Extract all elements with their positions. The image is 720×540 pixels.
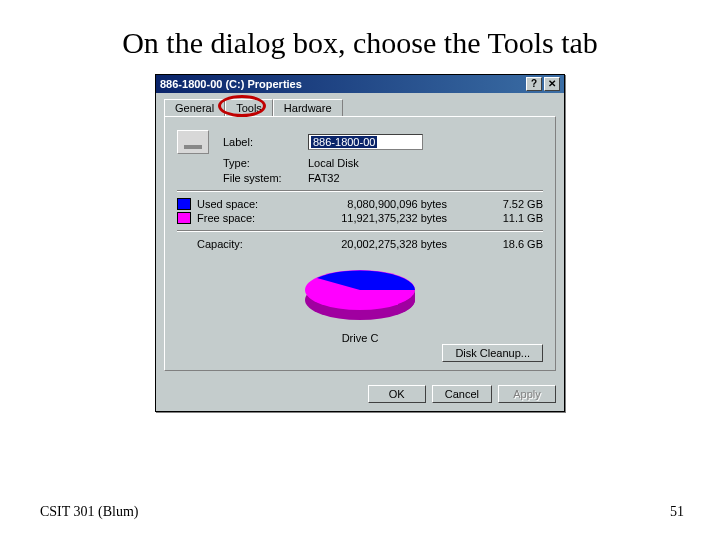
disk-cleanup-button[interactable]: Disk Cleanup... [442,344,543,362]
separator [177,230,543,232]
separator [177,190,543,192]
filesystem-label: File system: [223,172,308,184]
dialog-buttons: OK Cancel Apply [156,377,564,411]
tab-hardware[interactable]: Hardware [273,99,343,116]
slide-footer-left: CSIT 301 (Blum) [40,504,139,520]
properties-dialog: 886-1800-00 (C:) Properties ? ✕ General … [155,74,565,412]
window-title: 886-1800-00 (C:) Properties [160,75,302,93]
type-value: Local Disk [308,157,359,169]
drive-icon [177,130,209,154]
label-input[interactable]: 886-1800-00 [308,134,423,150]
tab-row: General Tools Hardware [156,93,564,116]
type-label: Type: [223,157,308,169]
capacity-label: Capacity: [197,238,243,250]
cancel-button[interactable]: Cancel [432,385,492,403]
help-button[interactable]: ? [526,77,542,91]
tab-pane-general: Label: 886-1800-00 Type: Local Disk File… [164,116,556,371]
drive-caption: Drive C [177,332,543,344]
capacity-bytes: 20,002,275,328 bytes [315,238,455,250]
disk-usage-pie [295,258,425,328]
titlebar: 886-1800-00 (C:) Properties ? ✕ [156,75,564,93]
slide-title: On the dialog box, choose the Tools tab [40,24,680,62]
used-swatch [177,198,191,210]
close-button[interactable]: ✕ [544,77,560,91]
used-space-human: 7.52 GB [483,198,543,210]
free-space-label: Free space: [197,212,255,224]
tab-general[interactable]: General [164,99,225,116]
free-swatch [177,212,191,224]
free-space-human: 11.1 GB [483,212,543,224]
capacity-human: 18.6 GB [483,238,543,250]
label-label: Label: [223,136,308,148]
tab-tools[interactable]: Tools [225,99,273,116]
filesystem-value: FAT32 [308,172,340,184]
apply-button[interactable]: Apply [498,385,556,403]
free-space-bytes: 11,921,375,232 bytes [315,212,455,224]
slide-number: 51 [670,504,684,520]
used-space-label: Used space: [197,198,258,210]
used-space-bytes: 8,080,900,096 bytes [315,198,455,210]
ok-button[interactable]: OK [368,385,426,403]
